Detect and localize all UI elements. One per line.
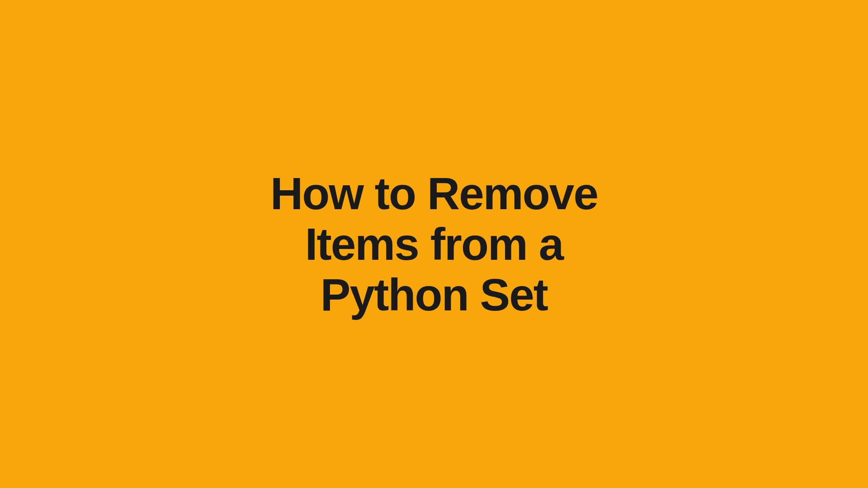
title-line-2: Items from a — [305, 219, 563, 269]
page-title: How to Remove Items from a Python Set — [270, 168, 598, 320]
title-line-3: Python Set — [321, 269, 547, 320]
title-line-1: How to Remove — [270, 168, 598, 219]
